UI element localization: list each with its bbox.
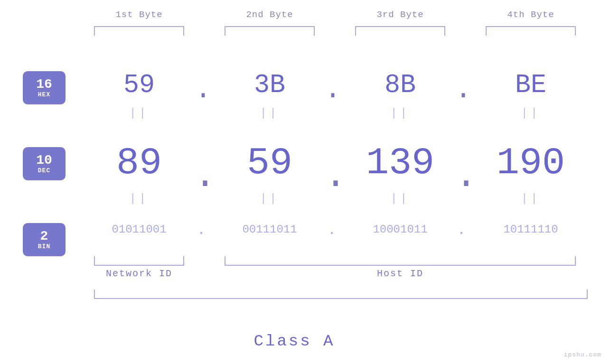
dec-value-1: 89 bbox=[94, 141, 184, 185]
network-bracket bbox=[94, 256, 184, 266]
equals-hex-dec-1: || bbox=[94, 107, 184, 120]
hex-value-3: 8B bbox=[355, 70, 445, 100]
hex-badge-label: HEX bbox=[38, 91, 50, 98]
class-label: Class A bbox=[0, 332, 589, 350]
dec-value-2: 59 bbox=[225, 141, 315, 185]
bin-dot-34: . bbox=[457, 222, 466, 238]
equals-dec-bin-3: || bbox=[355, 192, 445, 205]
host-bracket bbox=[225, 256, 576, 266]
dec-dot-34: . bbox=[455, 154, 478, 197]
hex-value-1: 59 bbox=[94, 70, 184, 100]
top-bracket-1 bbox=[94, 26, 184, 36]
page: 1st Byte 2nd Byte 3rd Byte 4th Byte 16 H… bbox=[0, 0, 610, 364]
bin-dot-12: . bbox=[197, 222, 206, 238]
bin-value-3: 10001011 bbox=[353, 223, 448, 236]
dec-dot-23: . bbox=[324, 154, 347, 197]
class-bracket bbox=[94, 289, 588, 299]
bin-value-2: 00111011 bbox=[222, 223, 317, 236]
top-bracket-4 bbox=[486, 26, 576, 36]
dec-value-3: 139 bbox=[355, 141, 445, 185]
equals-hex-dec-4: || bbox=[486, 107, 576, 120]
bin-badge: 2 BIN bbox=[23, 223, 66, 256]
top-bracket-2 bbox=[225, 26, 315, 36]
equals-hex-dec-3: || bbox=[355, 107, 445, 120]
hex-dot-34: . bbox=[455, 74, 472, 106]
hex-value-4: BE bbox=[486, 70, 576, 100]
watermark: ipshu.com bbox=[564, 351, 601, 358]
top-bracket-3 bbox=[355, 26, 445, 36]
equals-dec-bin-4: || bbox=[486, 192, 576, 205]
dec-badge-number: 10 bbox=[36, 154, 52, 167]
hex-dot-12: . bbox=[195, 74, 212, 106]
byte-header-4: 4th Byte bbox=[476, 9, 585, 20]
equals-hex-dec-2: || bbox=[225, 107, 315, 120]
hex-value-2: 3B bbox=[225, 70, 315, 100]
bin-badge-number: 2 bbox=[40, 230, 48, 243]
byte-header-2: 2nd Byte bbox=[215, 9, 324, 20]
hex-badge-number: 16 bbox=[36, 78, 52, 91]
host-id-label: Host ID bbox=[225, 268, 576, 279]
dec-dot-12: . bbox=[194, 154, 216, 197]
bin-value-1: 01011001 bbox=[92, 223, 187, 236]
equals-dec-bin-2: || bbox=[225, 192, 315, 205]
dec-value-4: 190 bbox=[486, 141, 576, 185]
equals-dec-bin-1: || bbox=[94, 192, 184, 205]
network-id-label: Network ID bbox=[94, 268, 184, 279]
dec-badge-label: DEC bbox=[38, 167, 50, 174]
hex-dot-23: . bbox=[324, 74, 341, 106]
hex-badge: 16 HEX bbox=[23, 71, 66, 104]
byte-header-1: 1st Byte bbox=[84, 9, 194, 20]
bin-value-4: 10111110 bbox=[483, 223, 578, 236]
byte-header-3: 3rd Byte bbox=[346, 9, 455, 20]
dec-badge: 10 DEC bbox=[23, 147, 66, 180]
bin-dot-23: . bbox=[328, 222, 336, 238]
bin-badge-label: BIN bbox=[38, 243, 50, 250]
